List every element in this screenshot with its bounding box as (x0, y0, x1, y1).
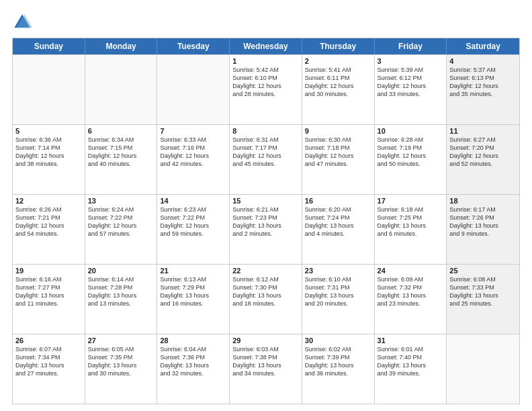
cell-info-line: and 28 minutes. (232, 90, 299, 98)
cell-info-line: Sunset: 7:34 PM (15, 353, 82, 361)
cell-info-line: Daylight: 13 hours (232, 291, 299, 300)
cell-info-line: Sunset: 7:25 PM (378, 214, 444, 222)
cell-info-line: Sunrise: 6:21 AM (232, 205, 299, 214)
day-number: 27 (88, 336, 154, 345)
calendar-cell-day-9: 9Sunrise: 6:30 AMSunset: 7:18 PMDaylight… (302, 125, 375, 194)
day-number: 9 (305, 127, 371, 135)
cell-info-line: Sunset: 6:11 PM (305, 74, 371, 82)
calendar-cell-day-27: 27Sunrise: 6:05 AMSunset: 7:35 PMDayligh… (85, 334, 158, 404)
cell-info-line: and 54 minutes. (15, 230, 82, 238)
cell-info-line: Sunrise: 5:42 AM (232, 66, 299, 74)
calendar-cell-day-21: 21Sunrise: 6:13 AMSunset: 7:29 PMDayligh… (157, 265, 230, 334)
cell-info-line: Sunset: 7:19 PM (378, 144, 444, 152)
day-number: 11 (449, 127, 517, 135)
cell-info-line: Daylight: 13 hours (449, 222, 517, 230)
cell-info-line: Sunrise: 6:27 AM (449, 136, 517, 144)
cell-info-line: Daylight: 12 hours (160, 152, 226, 160)
cell-info-line: Sunrise: 6:13 AM (160, 275, 226, 283)
cell-info-line: Daylight: 13 hours (232, 222, 299, 230)
cell-info-line: Sunrise: 6:17 AM (449, 205, 517, 214)
cell-info-line: Daylight: 13 hours (88, 291, 154, 300)
cell-info-line: Daylight: 12 hours (15, 152, 82, 160)
calendar-row-1: 5Sunrise: 6:36 AMSunset: 7:14 PMDaylight… (13, 124, 519, 194)
day-number: 3 (378, 57, 444, 65)
cell-info-line: Daylight: 12 hours (160, 222, 226, 230)
cell-info-line: and 38 minutes. (15, 160, 82, 168)
cell-info-line: Sunrise: 6:10 AM (305, 275, 371, 283)
cell-info-line: Sunrise: 6:09 AM (378, 275, 444, 283)
cell-info-line: and 16 minutes. (160, 300, 226, 308)
calendar-cell-day-22: 22Sunrise: 6:12 AMSunset: 7:30 PMDayligh… (230, 265, 302, 334)
day-number: 25 (449, 267, 517, 275)
calendar-cell-day-16: 16Sunrise: 6:20 AMSunset: 7:24 PMDayligh… (302, 195, 375, 264)
calendar-cell-day-25: 25Sunrise: 6:08 AMSunset: 7:33 PMDayligh… (447, 265, 519, 334)
day-number: 22 (232, 267, 299, 275)
cell-info-line: Sunrise: 6:31 AM (232, 136, 299, 144)
calendar-cell-day-29: 29Sunrise: 6:03 AMSunset: 7:38 PMDayligh… (230, 334, 302, 404)
cell-info-line: Sunrise: 6:18 AM (378, 205, 444, 214)
cell-info-line: Sunrise: 6:04 AM (160, 345, 226, 353)
calendar-cell-day-5: 5Sunrise: 6:36 AMSunset: 7:14 PMDaylight… (13, 125, 85, 194)
page: SundayMondayTuesdayWednesdayThursdayFrid… (0, 0, 532, 411)
calendar-cell-day-30: 30Sunrise: 6:02 AMSunset: 7:39 PMDayligh… (302, 334, 375, 404)
cell-info-line: and 45 minutes. (232, 160, 299, 168)
cell-info-line: and 20 minutes. (305, 300, 371, 308)
cell-info-line: Sunrise: 6:16 AM (15, 275, 82, 283)
cell-info-line: Sunset: 7:23 PM (232, 214, 299, 222)
cell-info-line: Sunset: 7:14 PM (15, 144, 82, 152)
day-header-wednesday: Wednesday (230, 38, 302, 54)
day-number: 17 (378, 197, 444, 205)
cell-info-line: Sunset: 7:16 PM (160, 144, 226, 152)
calendar-cell-day-2: 2Sunrise: 5:41 AMSunset: 6:11 PMDaylight… (302, 55, 375, 124)
day-number: 29 (232, 336, 299, 345)
logo-icon (12, 12, 32, 32)
cell-info-line: Sunset: 7:22 PM (88, 214, 154, 222)
day-number: 24 (378, 267, 444, 275)
cell-info-line: Daylight: 12 hours (232, 152, 299, 160)
cell-info-line: and 34 minutes. (232, 369, 299, 377)
cell-info-line: Sunrise: 5:41 AM (305, 66, 371, 74)
cell-info-line: Daylight: 13 hours (305, 361, 371, 369)
cell-info-line: Sunset: 7:31 PM (305, 283, 371, 291)
calendar-cell-day-28: 28Sunrise: 6:04 AMSunset: 7:36 PMDayligh… (157, 334, 230, 404)
cell-info-line: Sunset: 7:39 PM (305, 353, 371, 361)
cell-info-line: Sunset: 7:27 PM (15, 283, 82, 291)
calendar-cell-day-3: 3Sunrise: 5:39 AMSunset: 6:12 PMDaylight… (375, 55, 447, 124)
cell-info-line: Daylight: 13 hours (15, 291, 82, 300)
cell-info-line: Sunrise: 6:20 AM (305, 205, 371, 214)
cell-info-line: Daylight: 13 hours (15, 361, 82, 369)
calendar-cell-empty (447, 334, 519, 404)
cell-info-line: Sunset: 7:20 PM (449, 144, 517, 152)
cell-info-line: Sunset: 7:21 PM (15, 214, 82, 222)
cell-info-line: and 59 minutes. (160, 230, 226, 238)
cell-info-line: and 33 minutes. (378, 90, 444, 98)
cell-info-line: Daylight: 13 hours (88, 361, 154, 369)
day-number: 13 (88, 197, 154, 205)
calendar-cell-day-12: 12Sunrise: 6:26 AMSunset: 7:21 PMDayligh… (13, 195, 85, 264)
logo (12, 12, 35, 32)
cell-info-line: Sunrise: 6:07 AM (15, 345, 82, 353)
header (12, 12, 520, 32)
day-number: 6 (88, 127, 154, 135)
cell-info-line: Sunset: 7:22 PM (160, 214, 226, 222)
cell-info-line: Daylight: 12 hours (88, 152, 154, 160)
day-header-thursday: Thursday (302, 38, 375, 54)
cell-info-line: and 57 minutes. (88, 230, 154, 238)
cell-info-line: Daylight: 12 hours (449, 82, 517, 90)
cell-info-line: Sunrise: 5:37 AM (449, 66, 517, 74)
cell-info-line: Sunrise: 6:14 AM (88, 275, 154, 283)
day-number: 10 (378, 127, 444, 135)
cell-info-line: Daylight: 12 hours (305, 82, 371, 90)
day-number: 14 (160, 197, 226, 205)
calendar-cell-day-1: 1Sunrise: 5:42 AMSunset: 6:10 PMDaylight… (230, 55, 302, 124)
day-number: 26 (15, 336, 82, 345)
cell-info-line: and 30 minutes. (305, 90, 371, 98)
cell-info-line: and 6 minutes. (378, 230, 444, 238)
day-number: 31 (378, 336, 444, 345)
day-header-saturday: Saturday (447, 38, 519, 54)
cell-info-line: Daylight: 12 hours (378, 82, 444, 90)
day-number: 21 (160, 267, 226, 275)
day-number: 8 (232, 127, 299, 135)
cell-info-line: and 13 minutes. (88, 300, 154, 308)
cell-info-line: Sunset: 6:13 PM (449, 74, 517, 82)
